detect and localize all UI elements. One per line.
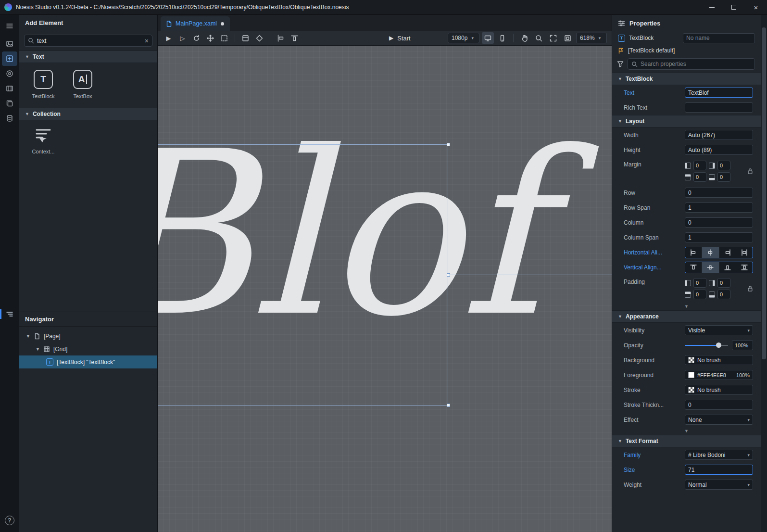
visibility-select[interactable]: Visible ▾	[685, 325, 753, 335]
font-weight-select[interactable]: Normal ▾	[685, 480, 753, 490]
column-input[interactable]	[685, 217, 753, 228]
add-element-button[interactable]	[2, 51, 17, 66]
align-left-edges-button[interactable]	[275, 32, 287, 44]
padding-right-input[interactable]	[717, 278, 730, 288]
margin-bottom-input[interactable]	[717, 172, 730, 182]
scrollbar-thumb[interactable]	[762, 27, 766, 359]
zoom-tool-button[interactable]	[533, 32, 545, 44]
main-menu-button[interactable]	[2, 19, 17, 33]
stroke-thickness-input[interactable]	[685, 400, 753, 410]
panel-layout-button[interactable]	[239, 32, 251, 44]
resize-handle-bottom-right[interactable]	[447, 404, 450, 407]
appearance-expander-button[interactable]: ▼	[612, 427, 761, 435]
opacity-slider-knob[interactable]	[716, 342, 721, 348]
halign-left-button[interactable]	[685, 247, 702, 258]
background-brush-button[interactable]: No brush	[685, 355, 753, 365]
help-button[interactable]: ?	[5, 516, 14, 525]
filter-funnel-icon[interactable]	[617, 61, 624, 67]
zoom-level-select[interactable]: 618% ▾	[576, 33, 607, 43]
padding-top-input[interactable]	[693, 290, 706, 299]
templates-button[interactable]	[2, 96, 17, 111]
richtext-input[interactable]	[685, 102, 753, 113]
data-button[interactable]	[2, 111, 17, 126]
nav-item-page[interactable]: ▼ [Page]	[19, 329, 157, 342]
element-name-input[interactable]	[683, 33, 755, 43]
layout-expander-button[interactable]: ▼	[612, 303, 761, 310]
stroke-brush-button[interactable]: No brush	[685, 385, 753, 395]
rowspan-input[interactable]	[685, 203, 753, 213]
minimize-button[interactable]	[701, 0, 723, 15]
columnspan-input[interactable]	[685, 232, 753, 242]
element-tile-contextmenu[interactable]: Context...	[27, 127, 60, 154]
rotate-tool-button[interactable]	[190, 32, 202, 44]
margin-right-input[interactable]	[717, 161, 730, 170]
assets-button[interactable]	[2, 37, 17, 51]
expand-triangle-icon[interactable]: ▼	[26, 334, 30, 339]
properties-scrollbar[interactable]	[761, 15, 767, 532]
valign-center-button[interactable]	[702, 262, 718, 273]
opacity-value-input[interactable]	[732, 340, 753, 350]
pan-tool-button[interactable]	[518, 32, 530, 44]
padding-bottom-input[interactable]	[717, 290, 730, 299]
nav-item-textblock[interactable]: T [TextBlock] "TextBlock"	[19, 355, 157, 368]
halign-right-button[interactable]	[719, 247, 736, 258]
move-tool-button[interactable]	[204, 32, 216, 44]
start-play-icon[interactable]: ▶	[389, 35, 393, 41]
font-size-input[interactable]	[685, 465, 753, 475]
font-family-select[interactable]: # Libre Bodoni ▾	[685, 450, 753, 460]
section-collection[interactable]: ▼ Collection	[19, 108, 157, 120]
marquee-select-button[interactable]	[218, 32, 230, 44]
valign-top-button[interactable]	[685, 262, 702, 273]
halign-center-button[interactable]	[702, 247, 718, 258]
margin-lock-button[interactable]	[744, 168, 753, 175]
fit-view-button[interactable]	[562, 32, 574, 44]
valign-bottom-button[interactable]	[719, 262, 736, 273]
nav-item-grid[interactable]: ▼ [Grid]	[19, 342, 157, 355]
opacity-slider[interactable]	[685, 345, 728, 346]
align-top-edges-button[interactable]	[289, 32, 301, 44]
resolution-select[interactable]: 1080p ▾	[448, 33, 479, 43]
properties-filter-icon[interactable]	[618, 20, 625, 27]
section-layout[interactable]: ▼ Layout	[612, 115, 761, 127]
resize-handle-mid-right[interactable]	[447, 273, 450, 277]
resize-handle-top-right[interactable]	[447, 143, 450, 146]
navigator-button[interactable]	[2, 307, 17, 321]
design-canvas[interactable]: Blof	[158, 46, 612, 532]
padding-lock-button[interactable]	[744, 285, 753, 292]
height-input[interactable]	[685, 145, 753, 155]
properties-search-input[interactable]	[641, 61, 751, 67]
play-button[interactable]: ▶	[163, 32, 175, 44]
text-input[interactable]	[685, 88, 753, 98]
clear-search-icon[interactable]: ×	[145, 37, 149, 45]
width-input[interactable]	[685, 130, 753, 140]
selection-box[interactable]	[158, 144, 448, 405]
maximize-button[interactable]	[723, 0, 745, 15]
element-tile-textbox[interactable]: A TextBox	[66, 70, 99, 99]
colors-button[interactable]	[2, 66, 17, 81]
fullscreen-button[interactable]	[547, 32, 559, 44]
element-tile-textblock[interactable]: T TextBlock	[27, 70, 60, 99]
section-appearance[interactable]: ▼ Appearance	[612, 310, 761, 323]
section-textblock[interactable]: ▼ TextBlock	[612, 73, 761, 85]
animation-button[interactable]	[2, 81, 17, 96]
row-input[interactable]	[685, 188, 753, 198]
valign-stretch-button[interactable]	[736, 262, 753, 273]
close-button[interactable]: ×	[745, 0, 767, 15]
margin-top-input[interactable]	[693, 172, 706, 182]
effect-select[interactable]: None ▾	[685, 415, 753, 425]
style-label[interactable]: [TextBlock default]	[628, 47, 675, 54]
tab-mainpage[interactable]: MainPage.xaml	[161, 16, 230, 31]
padding-left-input[interactable]	[693, 278, 706, 288]
expand-triangle-icon[interactable]: ▼	[36, 347, 40, 352]
desktop-preview-button[interactable]	[482, 32, 494, 44]
section-text[interactable]: ▼ Text	[19, 51, 157, 63]
mobile-preview-button[interactable]	[496, 32, 508, 44]
halign-stretch-button[interactable]	[736, 247, 753, 258]
preview-cursor-button[interactable]: ▷	[176, 32, 189, 44]
resource-tag-button[interactable]	[253, 32, 265, 44]
start-label[interactable]: Start	[397, 35, 410, 42]
element-search-input[interactable]	[37, 38, 142, 44]
foreground-brush-button[interactable]: #FFE4E6E8 100%	[685, 370, 753, 380]
section-text-format[interactable]: ▼ Text Format	[612, 435, 761, 447]
margin-left-input[interactable]	[693, 161, 706, 170]
